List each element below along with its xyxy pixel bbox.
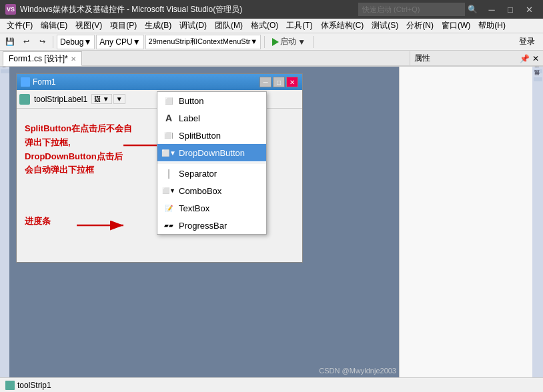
popup-label-textbox: TextBox (179, 203, 209, 213)
search-icon: 🔍 (468, 5, 478, 14)
tab-form1-design[interactable]: Form1.cs [设计]* ✕ (3, 51, 82, 66)
form-maximize-button[interactable]: □ (273, 77, 285, 87)
separator-icon: | (163, 167, 175, 179)
splitbutton-icon: ⬜| (163, 129, 175, 141)
form-icon (21, 77, 30, 87)
toolbar-separator-1 (53, 36, 53, 48)
main-toolbar: 💾 ↩ ↪ Debug ▼ Any CPU ▼ 29menuStrip和Cont… (0, 33, 543, 51)
bottom-tool-strip: toolStrip1 (0, 377, 543, 392)
properties-content (400, 67, 532, 377)
form-minimize-button[interactable]: ─ (259, 77, 272, 87)
menu-format[interactable]: 格式(O) (247, 19, 282, 33)
quick-launch-input[interactable] (358, 3, 465, 16)
undo-button[interactable]: ↩ (19, 35, 33, 49)
dropdown-popup: ⬜ Button A Label ⬜| SplitButton ⬜▼ (157, 91, 267, 235)
menu-debug[interactable]: 调试(D) (175, 19, 211, 33)
play-icon (272, 38, 279, 46)
run-label: 启动 (280, 36, 296, 47)
popup-item-progressbar[interactable]: ▰▰ ProgressBar (157, 217, 266, 234)
designer-area[interactable]: Form1 ─ □ ✕ toolStripLabel1 🖼 ▼ ▼ (9, 67, 399, 377)
target-dropdown[interactable]: 29menuStrip和ContextMenuStr▼ (145, 35, 261, 49)
popup-label-separator: Separator (179, 169, 217, 179)
strip-image-button[interactable]: 🖼 ▼ (91, 94, 112, 104)
popup-item-combobox[interactable]: ⬜▼ ComboBox (157, 182, 266, 199)
strip-label: toolStripLabel1 (31, 95, 90, 104)
arrow-2 (77, 219, 130, 232)
close-button[interactable]: ✕ (520, 3, 538, 16)
menu-window[interactable]: 窗口(W) (438, 19, 474, 33)
run-button[interactable]: 启动 ▼ (268, 35, 310, 49)
platform-label: Any CPU (99, 37, 132, 47)
annotation-splitbutton: SplitButton在点击后不会自 弹出下拉框, DropDownButton… (25, 122, 132, 177)
menu-build[interactable]: 生成(B) (141, 19, 175, 33)
properties-title: 属性 (414, 53, 430, 64)
annotation-line2: 弹出下拉框, (25, 136, 132, 150)
menu-test[interactable]: 测试(S) (368, 19, 402, 33)
form-controls: ─ □ ✕ (259, 77, 298, 87)
popup-label-progressbar: ProgressBar (179, 221, 227, 231)
login-label[interactable]: 登录 (519, 36, 540, 47)
popup-item-dropdownbutton[interactable]: ⬜▼ DropDownButton (157, 144, 266, 161)
annotation-progress-label: 进度条 (25, 215, 51, 227)
debug-mode-arrow: ▼ (83, 37, 91, 47)
toolbar-separator-2 (264, 36, 265, 48)
form-title-bar: Form1 ─ □ ✕ (17, 74, 302, 90)
popup-label-dropdownbutton: DropDownButton (179, 148, 245, 158)
platform-dropdown[interactable]: Any CPU ▼ (96, 35, 143, 49)
properties-close-icon[interactable]: ✕ (532, 54, 539, 63)
popup-label-label: Label (179, 113, 200, 123)
popup-item-label[interactable]: A Label (157, 109, 266, 127)
debug-mode-label: Debug (60, 37, 83, 47)
pin-icon[interactable]: 📌 (520, 54, 530, 63)
menu-help[interactable]: 帮助(H) (474, 19, 510, 33)
form-title: Form1 (33, 77, 56, 87)
strip-dropdown-button[interactable]: ▼ (113, 94, 125, 104)
label-icon: A (163, 112, 175, 124)
button-icon: ⬜ (163, 95, 175, 107)
maximize-button[interactable]: □ (502, 3, 519, 16)
menu-bar: 文件(F) 编辑(E) 视图(V) 项目(P) 生成(B) 调试(D) 团队(M… (0, 19, 543, 33)
menu-project[interactable]: 项目(P) (106, 19, 141, 33)
popup-item-button[interactable]: ⬜ Button (157, 92, 266, 109)
bottom-strip-icon (5, 381, 15, 390)
popup-label-combobox: ComboBox (179, 186, 221, 196)
menu-view[interactable]: 视图(V) (71, 19, 106, 33)
popup-separator (157, 163, 266, 163)
properties-panel (399, 67, 532, 377)
target-label: 29menuStrip和ContextMenuStr▼ (149, 37, 258, 47)
popup-item-separator[interactable]: | Separator (157, 165, 266, 182)
tab-bar-filler (82, 51, 410, 66)
title-bar: VS Windows媒体技术及基础控件 - Microsoft Visual S… (0, 0, 543, 19)
popup-label-splitbutton: SplitButton (179, 131, 221, 141)
properties-header: 属性 📌 ✕ (410, 51, 543, 66)
right-side-panel: 解决方案资源管理器 属性 (532, 67, 543, 377)
tab-form1-label: Form1.cs [设计]* (9, 53, 68, 65)
bottom-strip-label: toolStrip1 (17, 381, 51, 390)
solution-explorer-tab[interactable]: 解决方案资源管理器 (534, 69, 542, 73)
menu-analyze[interactable]: 分析(N) (402, 19, 438, 33)
popup-item-splitbutton[interactable]: ⬜| SplitButton (157, 127, 266, 144)
menu-tools[interactable]: 工具(T) (282, 19, 316, 33)
app-window: VS Windows媒体技术及基础控件 - Microsoft Visual S… (0, 0, 543, 392)
menu-arch[interactable]: 体系结构(C) (317, 19, 368, 33)
combobox-icon: ⬜▼ (163, 185, 175, 197)
properties-tab[interactable]: 属性 (534, 77, 542, 81)
search-area: 🔍 (358, 3, 478, 16)
minimize-button[interactable]: ─ (483, 3, 500, 16)
menu-file[interactable]: 文件(F) (3, 19, 37, 33)
run-arrow: ▼ (298, 37, 306, 47)
debug-mode-dropdown[interactable]: Debug ▼ (57, 35, 95, 49)
menu-team[interactable]: 团队(M) (211, 19, 247, 33)
annotation-line4: 会自动弹出下拉框 (25, 163, 132, 177)
menu-edit[interactable]: 编辑(E) (37, 19, 71, 33)
strip-icon (19, 94, 30, 105)
annotation-line1: SplitButton在点击后不会自 (25, 122, 132, 136)
redo-button[interactable]: ↪ (35, 35, 49, 49)
tab-close-icon[interactable]: ✕ (71, 55, 76, 63)
platform-arrow: ▼ (133, 37, 141, 47)
form-close-button[interactable]: ✕ (286, 77, 298, 87)
toolbox-tab[interactable]: 工具箱 (1, 69, 9, 73)
popup-item-textbox[interactable]: 📝 TextBox (157, 199, 266, 217)
save-button[interactable]: 💾 (3, 35, 17, 49)
textbox-icon: 📝 (163, 202, 175, 214)
